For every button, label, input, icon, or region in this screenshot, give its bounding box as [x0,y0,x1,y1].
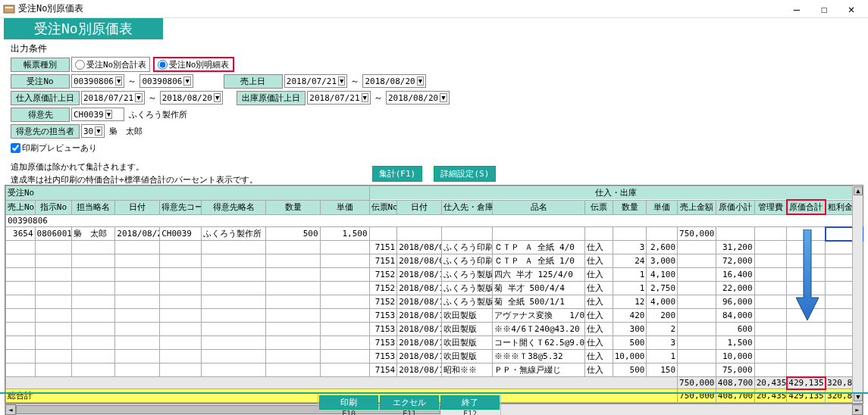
dropdown-icon[interactable]: ▼ [362,93,368,102]
aggregate-button[interactable]: 集計(F1) [372,166,423,182]
col-denpyo[interactable]: 伝票 [585,200,613,214]
dropdown-icon[interactable]: ▼ [115,76,122,86]
grid-container: 受注No 仕入・出庫 売上No 指示No 担当略名 日付 得意先コード 得意先略… [5,185,863,404]
juchuno-label: 受注No [11,74,70,89]
tokui-label: 得意先 [11,108,70,122]
table-row[interactable]: 71522018/08/10ふくろう製版菊 半才 500/4/4仕入12,750… [6,282,863,295]
vertical-scrollbar[interactable]: ▲ ▼ [852,186,863,403]
table-row[interactable]: 00390806 [6,214,863,227]
close-button[interactable]: ✕ [838,2,865,17]
exit-button[interactable]: 終了 [440,395,500,410]
col-hinmei[interactable]: 品名 [493,200,585,214]
svg-rect-0 [4,5,14,13]
table-row[interactable]: 71532018/08/10吹田製版コート開くＴ62.5@9.06仕入50031… [6,336,863,350]
dropdown-icon[interactable]: ▼ [183,76,190,86]
print-key: F10 [319,410,378,415]
form-type-label: 帳票種別 [11,58,70,72]
window-titlebar: 受注No別原価表 — ☐ ✕ [0,0,868,18]
table-row[interactable]: 71542018/08/10昭和※※ＰＰ・無線戸綴じ仕入50015075,000 [6,364,863,377]
col-urikin[interactable]: 売上金額 [678,200,716,214]
tanto-label: 得意先の担当者 [11,124,80,139]
header: 受注No別原価表 [0,18,868,39]
uriage-to-input[interactable]: 2018/08/20▼ [362,74,426,88]
radio-detail[interactable]: 受注No別明細表 [158,59,229,70]
col-denno[interactable]: 伝票No [369,200,397,214]
shukogen-to-input[interactable]: 2018/08/20▼ [386,91,450,105]
col-shiire-shukko: 仕入・出庫 [369,186,862,201]
tokui-code-input[interactable]: CH0039▼ [71,108,124,121]
col-urino[interactable]: 売上No [6,200,36,214]
col-tanka[interactable]: 単価 [320,200,369,214]
dropdown-icon[interactable]: ▼ [214,93,221,102]
col-qty2[interactable]: 数量 [613,200,647,214]
tanto-code-input[interactable]: 30▼ [81,124,105,138]
table-row[interactable]: 71512018/08/09ふくろう印刷ＣＴＰ Ａ 全紙 4/0仕入32,600… [6,241,863,254]
tokui-name-text: ふくろう製作所 [129,109,187,120]
radio-group-detail: 受注No別明細表 [153,57,233,72]
dropdown-icon[interactable]: ▼ [338,76,345,86]
svg-rect-1 [5,7,13,8]
header-row-2: 売上No 指示No 担当略名 日付 得意先コード 得意先略名 数量 単価 伝票N… [6,200,863,214]
detail-settings-button[interactable]: 詳細設定(S) [434,166,496,182]
dropdown-icon[interactable]: ▼ [95,126,102,136]
shiregen-label: 仕入原価計上日 [11,91,80,105]
table-row[interactable]: 71512018/08/09ふくろう印刷ＣＴＰ Ａ 全紙 1/0仕入243,00… [6,254,863,268]
table-row[interactable]: 36540806001梟 太郎2018/08/20CH0039ふくろう製作所50… [6,227,863,241]
col-qty[interactable]: 数量 [266,200,320,214]
maximize-button[interactable]: ☐ [810,2,838,17]
cost-grid[interactable]: 受注No 仕入・出庫 売上No 指示No 担当略名 日付 得意先コード 得意先略… [5,186,863,403]
col-date[interactable]: 日付 [115,200,160,214]
tanto-name-text: 梟 太郎 [109,126,143,137]
col-date2[interactable]: 日付 [397,200,442,214]
preview-checkbox[interactable]: 印刷プレビューあり [11,142,97,154]
col-tanka2[interactable]: 単価 [647,200,678,214]
col-tanto[interactable]: 担当略名 [72,200,115,214]
shiregen-from-input[interactable]: 2018/07/21▼ [81,91,145,105]
header-row-1: 受注No 仕入・出庫 [6,186,863,201]
shukogen-from-input[interactable]: 2018/07/21▼ [307,91,371,105]
col-kanri[interactable]: 管理費 [754,200,787,214]
conditions-panel: 出力条件 帳票種別 受注No別合計表 受注No別明細表 受注No 0039080… [0,39,868,158]
dropdown-icon[interactable]: ▼ [440,93,447,102]
radio-summary[interactable]: 受注No別合計表 [75,59,146,70]
uriage-from-input[interactable]: 2018/07/21▼ [284,74,348,88]
col-gengokei[interactable]: 原価合計 [787,200,826,214]
uriage-label: 売上日 [224,74,283,89]
dropdown-icon[interactable]: ▼ [417,76,424,86]
minimize-button[interactable]: — [783,2,810,17]
footer-bar: 印刷F10 エクセルF11 終了F12 [0,392,868,415]
table-row[interactable]: 750,000408,70020,435429,135320,865 [6,377,863,389]
radio-group-summary: 受注No別合計表 [71,57,150,72]
excel-button[interactable]: エクセル [380,395,439,410]
table-row[interactable]: 71522018/08/10ふくろう製版四六 半才 125/4/0仕入14,10… [6,268,863,282]
app-icon [3,3,15,15]
page-title: 受注No別原価表 [4,18,163,39]
col-tname[interactable]: 得意先略名 [202,200,266,214]
scroll-up-icon[interactable]: ▲ [854,186,863,195]
juchuno-from-input[interactable]: 00390806▼ [71,74,124,88]
juchuno-to-input[interactable]: 00390806▼ [139,74,193,88]
shiregen-to-input[interactable]: 2018/08/20▼ [160,91,224,105]
col-shiire[interactable]: 仕入先・倉庫 [442,200,493,214]
table-row[interactable]: 71532018/08/10吹田製版※※※Ｔ38@5.32仕入10,000110… [6,350,863,364]
col-sijino[interactable]: 指示No [35,200,72,214]
col-tcode[interactable]: 得意先コード [160,200,202,214]
table-row[interactable]: 71522018/08/10ふくろう製版菊 全紙 500/1/1仕入124,00… [6,295,863,309]
col-genka[interactable]: 原価小計 [716,200,754,214]
dropdown-icon[interactable]: ▼ [105,110,112,119]
excel-key: F11 [380,410,439,415]
exit-key: F12 [440,410,500,415]
window-title: 受注No別原価表 [18,2,783,15]
conditions-label: 出力条件 [11,42,857,55]
table-row[interactable]: 71532018/08/10吹田製版アヴァナス変換 1/0仕入42020084,… [6,309,863,323]
table-row[interactable]: 71532018/08/10吹田製版※※4/6Ｔ240@43.20仕入30026… [6,323,863,336]
dropdown-icon[interactable]: ▼ [135,93,142,102]
col-juchuno: 受注No [6,186,370,201]
print-button[interactable]: 印刷 [319,395,378,410]
shukogen-label: 出庫原価計上日 [237,91,306,105]
